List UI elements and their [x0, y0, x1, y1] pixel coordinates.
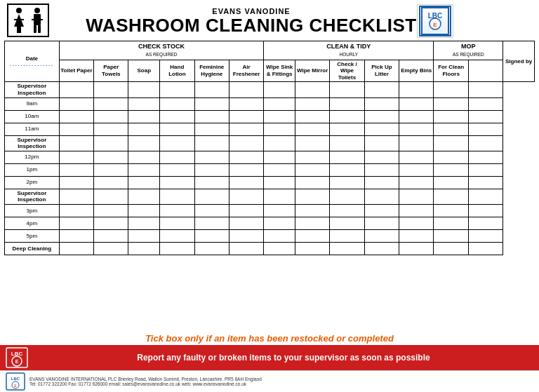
- table-cell[interactable]: [229, 151, 263, 163]
- table-cell[interactable]: [229, 97, 263, 110]
- table-cell[interactable]: [364, 229, 399, 242]
- table-cell[interactable]: [194, 189, 229, 204]
- table-cell[interactable]: [128, 123, 160, 135]
- table-cell[interactable]: [330, 97, 364, 110]
- table-cell[interactable]: [128, 163, 160, 176]
- table-cell[interactable]: [264, 163, 295, 176]
- table-cell[interactable]: [128, 242, 160, 255]
- table-cell[interactable]: [264, 217, 295, 229]
- table-cell[interactable]: [229, 189, 263, 204]
- table-cell[interactable]: [128, 189, 160, 204]
- table-cell[interactable]: [295, 189, 329, 204]
- table-cell[interactable]: [295, 204, 329, 217]
- table-cell[interactable]: [264, 82, 295, 97]
- table-cell[interactable]: [468, 163, 503, 176]
- table-cell[interactable]: [364, 163, 399, 176]
- table-cell[interactable]: [128, 110, 160, 123]
- table-cell[interactable]: [194, 151, 229, 163]
- table-cell[interactable]: [59, 217, 93, 229]
- table-cell[interactable]: [399, 163, 434, 176]
- table-cell[interactable]: [399, 123, 434, 135]
- table-cell[interactable]: [160, 217, 194, 229]
- table-cell[interactable]: [94, 110, 128, 123]
- table-cell[interactable]: [194, 204, 229, 217]
- table-cell[interactable]: [194, 217, 229, 229]
- table-cell[interactable]: [364, 123, 399, 135]
- table-cell[interactable]: [160, 97, 194, 110]
- table-cell[interactable]: [295, 97, 329, 110]
- table-cell[interactable]: [94, 163, 128, 176]
- table-cell[interactable]: [434, 217, 468, 229]
- table-cell[interactable]: [399, 189, 434, 204]
- table-cell[interactable]: [468, 123, 503, 135]
- table-cell[interactable]: [194, 163, 229, 176]
- table-cell[interactable]: [468, 135, 503, 151]
- table-cell[interactable]: [399, 82, 434, 97]
- table-cell[interactable]: [468, 189, 503, 204]
- table-cell[interactable]: [468, 110, 503, 123]
- table-cell[interactable]: [160, 176, 194, 189]
- table-cell[interactable]: [160, 135, 194, 151]
- table-cell[interactable]: [330, 217, 364, 229]
- table-cell[interactable]: [59, 176, 93, 189]
- table-cell[interactable]: [264, 229, 295, 242]
- table-cell[interactable]: [194, 242, 229, 255]
- table-cell[interactable]: [59, 189, 93, 204]
- table-cell[interactable]: [229, 176, 263, 189]
- table-cell[interactable]: [94, 151, 128, 163]
- table-cell[interactable]: [264, 242, 295, 255]
- table-cell[interactable]: [330, 135, 364, 151]
- table-cell[interactable]: [295, 151, 329, 163]
- table-cell[interactable]: [160, 82, 194, 97]
- table-cell[interactable]: [434, 82, 468, 97]
- table-cell[interactable]: [264, 189, 295, 204]
- table-cell[interactable]: [434, 189, 468, 204]
- table-cell[interactable]: [295, 123, 329, 135]
- table-cell[interactable]: [264, 135, 295, 151]
- table-cell[interactable]: [434, 97, 468, 110]
- table-cell[interactable]: [468, 242, 503, 255]
- table-cell[interactable]: [399, 204, 434, 217]
- table-cell[interactable]: [364, 82, 399, 97]
- table-cell[interactable]: [194, 110, 229, 123]
- table-cell[interactable]: [229, 229, 263, 242]
- table-cell[interactable]: [264, 176, 295, 189]
- table-cell[interactable]: [229, 82, 263, 97]
- table-cell[interactable]: [194, 123, 229, 135]
- table-cell[interactable]: [128, 135, 160, 151]
- table-cell[interactable]: [160, 163, 194, 176]
- table-cell[interactable]: [468, 217, 503, 229]
- table-cell[interactable]: [160, 229, 194, 242]
- table-cell[interactable]: [94, 229, 128, 242]
- table-cell[interactable]: [59, 163, 93, 176]
- table-cell[interactable]: [94, 123, 128, 135]
- table-cell[interactable]: [434, 242, 468, 255]
- table-cell[interactable]: [364, 110, 399, 123]
- table-cell[interactable]: [468, 97, 503, 110]
- table-cell[interactable]: [330, 229, 364, 242]
- table-cell[interactable]: [194, 97, 229, 110]
- table-cell[interactable]: [94, 204, 128, 217]
- table-cell[interactable]: [194, 176, 229, 189]
- table-cell[interactable]: [364, 151, 399, 163]
- table-cell[interactable]: [434, 176, 468, 189]
- table-cell[interactable]: [94, 242, 128, 255]
- table-cell[interactable]: [128, 204, 160, 217]
- table-cell[interactable]: [229, 242, 263, 255]
- table-cell[interactable]: [59, 123, 93, 135]
- table-cell[interactable]: [128, 217, 160, 229]
- table-cell[interactable]: [128, 97, 160, 110]
- table-cell[interactable]: [194, 229, 229, 242]
- table-cell[interactable]: [295, 163, 329, 176]
- table-cell[interactable]: [59, 204, 93, 217]
- table-cell[interactable]: [399, 97, 434, 110]
- table-cell[interactable]: [364, 176, 399, 189]
- table-cell[interactable]: [229, 204, 263, 217]
- table-cell[interactable]: [94, 82, 128, 97]
- table-cell[interactable]: [295, 82, 329, 97]
- table-cell[interactable]: [94, 135, 128, 151]
- table-cell[interactable]: [160, 110, 194, 123]
- table-cell[interactable]: [59, 97, 93, 110]
- table-cell[interactable]: [128, 82, 160, 97]
- table-cell[interactable]: [128, 151, 160, 163]
